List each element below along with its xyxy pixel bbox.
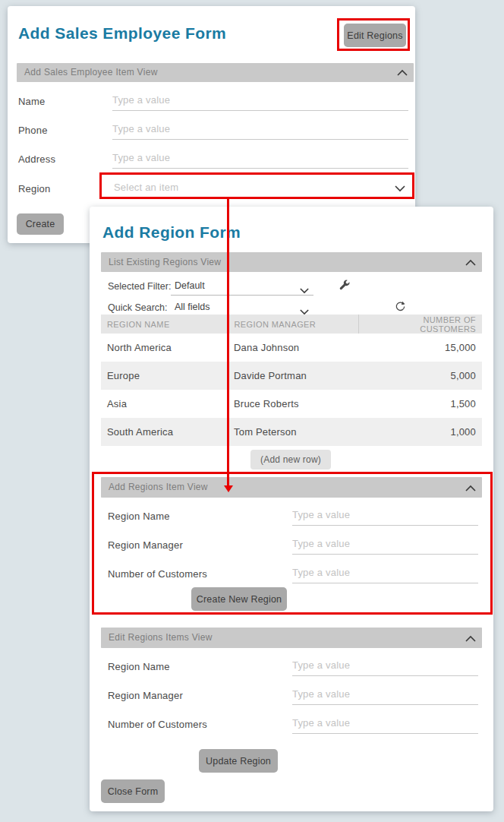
phone-label: Phone — [18, 119, 48, 141]
cell-customers: 5,000 — [358, 362, 482, 390]
cell-region-manager: Tom Peterson — [228, 418, 358, 446]
chevron-down-icon — [395, 183, 405, 194]
cell-region-name: Europe — [101, 362, 228, 390]
filter-settings-wrench-icon[interactable] — [339, 280, 350, 293]
cell-region-manager: Dana Johnson — [228, 334, 358, 362]
add-region-name-row: Region Name — [90, 504, 493, 527]
employee-form-title: Add Sales Employee Form — [18, 24, 226, 43]
address-label: Address — [18, 147, 55, 170]
selected-filter-row: Selected Filter: Default — [90, 278, 493, 296]
cell-customers: 1,500 — [358, 390, 482, 418]
edit-regions-header-label: Edit Regions Items View — [109, 632, 213, 643]
phone-field-row: Phone — [8, 119, 415, 141]
quick-search-label: Quick Search: — [108, 299, 168, 316]
cell-region-name: South America — [101, 418, 228, 446]
table-header-row: REGION NAME REGION MANAGER NUMBER OF CUS… — [101, 315, 482, 334]
employee-section-header: Add Sales Employee Item View — [17, 63, 414, 82]
quick-search-input[interactable] — [323, 299, 386, 316]
collapse-chevron-icon[interactable] — [464, 633, 477, 645]
edit-regions-section-header: Edit Regions Items View — [101, 628, 482, 648]
collapse-chevron-icon[interactable] — [464, 482, 477, 495]
add-number-customers-input[interactable] — [292, 562, 478, 583]
add-region-name-input[interactable] — [292, 504, 478, 526]
name-label: Name — [18, 90, 45, 112]
region-select[interactable]: Select an item — [112, 177, 408, 198]
add-region-name-label: Region Name — [108, 504, 170, 527]
edit-number-customers-label: Number of Customers — [108, 713, 207, 735]
region-form-panel: Add Region Form List Existing Regions Vi… — [90, 207, 493, 811]
cell-customers: 1,000 — [358, 418, 482, 446]
create-button[interactable]: Create — [17, 213, 64, 235]
cell-region-name: Asia — [101, 390, 228, 418]
address-field-row: Address — [8, 147, 415, 170]
add-regions-header-label: Add Regions Item View — [109, 482, 208, 492]
cell-region-manager: Davide Portman — [228, 362, 358, 390]
selected-filter-label: Selected Filter: — [108, 278, 171, 295]
quick-search-field-value: All fields — [175, 302, 210, 312]
edit-region-name-label: Region Name — [108, 655, 170, 678]
add-region-manager-input[interactable] — [292, 533, 478, 555]
add-number-customers-row: Number of Customers — [90, 562, 493, 585]
collapse-chevron-icon[interactable] — [395, 67, 409, 79]
edit-regions-button[interactable]: Edit Regions — [344, 24, 406, 47]
table-row[interactable]: South America Tom Peterson 1,000 — [101, 418, 482, 446]
edit-number-customers-input[interactable] — [292, 713, 478, 734]
close-form-button[interactable]: Close Form — [101, 779, 165, 803]
regions-table: REGION NAME REGION MANAGER NUMBER OF CUS… — [101, 315, 482, 446]
table-row[interactable]: Asia Bruce Roberts 1,500 — [101, 390, 482, 418]
region-form-title: Add Region Form — [102, 223, 241, 242]
add-region-manager-row: Region Manager — [90, 533, 493, 556]
address-input[interactable] — [112, 147, 408, 169]
refresh-icon[interactable] — [395, 301, 406, 315]
region-label: Region — [18, 177, 50, 200]
list-regions-section-header: List Existing Regions View — [101, 252, 482, 272]
selected-filter-dropdown[interactable]: Default — [171, 278, 313, 296]
create-new-region-button[interactable]: Create New Region — [191, 587, 287, 611]
add-number-customers-label: Number of Customers — [108, 562, 207, 585]
edit-region-name-row: Region Name — [90, 655, 493, 678]
column-header-region-name[interactable]: REGION NAME — [101, 315, 228, 334]
selected-filter-value: Default — [175, 280, 205, 291]
phone-input[interactable] — [112, 119, 408, 140]
column-header-region-manager[interactable]: REGION MANAGER — [228, 315, 358, 334]
update-region-button[interactable]: Update Region — [199, 749, 278, 773]
add-region-manager-label: Region Manager — [108, 533, 183, 556]
column-header-number-of-customers[interactable]: NUMBER OF CUSTOMERS — [358, 315, 482, 334]
name-field-row: Name — [8, 90, 415, 112]
chevron-down-icon — [300, 283, 309, 299]
cell-region-name: North America — [101, 334, 228, 362]
name-input[interactable] — [112, 90, 408, 111]
table-row[interactable]: Europe Davide Portman 5,000 — [101, 362, 482, 390]
edit-region-manager-input[interactable] — [292, 684, 478, 705]
list-regions-header-label: List Existing Regions View — [109, 257, 221, 267]
table-row[interactable]: North America Dana Johnson 15,000 — [101, 334, 482, 362]
cell-customers: 15,000 — [358, 334, 482, 362]
cell-region-manager: Bruce Roberts — [228, 390, 358, 418]
region-select-placeholder: Select an item — [112, 182, 178, 193]
edit-region-name-input[interactable] — [292, 655, 478, 676]
collapse-chevron-icon[interactable] — [464, 257, 477, 269]
edit-region-manager-row: Region Manager — [90, 684, 493, 707]
region-field-row: Region Select an item — [8, 177, 415, 200]
edit-number-customers-row: Number of Customers — [90, 713, 493, 735]
add-regions-section-header: Add Regions Item View — [101, 477, 482, 498]
employee-section-header-label: Add Sales Employee Item View — [24, 67, 158, 77]
add-new-row-button[interactable]: (Add new row) — [250, 450, 331, 469]
edit-region-manager-label: Region Manager — [108, 684, 183, 707]
